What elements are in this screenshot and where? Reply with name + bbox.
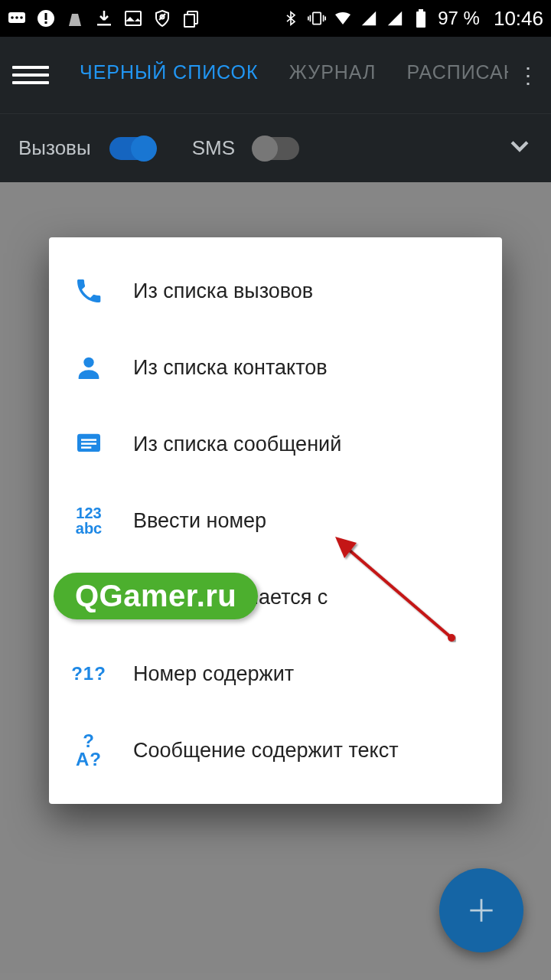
add-fab[interactable] xyxy=(439,868,523,952)
expand-button[interactable] xyxy=(507,132,533,164)
dialog-item-from-calls[interactable]: Из списка вызовов xyxy=(49,253,502,329)
watermark-badge: QGamer.ru xyxy=(54,573,258,619)
textcontains-icon: ?A? xyxy=(70,732,107,769)
copy-icon xyxy=(182,9,201,28)
filter-bar: Вызовы SMS xyxy=(0,113,551,182)
dialog-item-text-contains[interactable]: ?A? Сообщение содержит текст xyxy=(49,712,502,789)
dialog-item-enter-number[interactable]: 123 abc Ввести номер xyxy=(49,482,502,559)
signal-1-icon xyxy=(360,9,378,28)
signal-2-icon xyxy=(386,9,404,28)
battery-icon xyxy=(412,9,430,28)
notification-sms-icon xyxy=(8,9,26,28)
app-bar: ЧЕРНЫЙ СПИСОК ЖУРНАЛ РАСПИСАНИЕ ⋮ Вызовы… xyxy=(0,37,551,182)
tab-label: ЖУРНАЛ xyxy=(289,61,377,83)
dialog-item-from-contacts[interactable]: Из списка контактов xyxy=(49,329,502,406)
svg-rect-13 xyxy=(313,12,321,24)
bluetooth-icon xyxy=(282,9,300,28)
dialog-item-from-messages[interactable]: Из списка сообщений xyxy=(49,406,502,482)
image-icon xyxy=(124,9,142,28)
dialog-item-label: Из списка вызовов xyxy=(133,279,313,303)
wifi-icon xyxy=(334,9,352,28)
sms-toggle[interactable] xyxy=(253,137,299,160)
svg-rect-5 xyxy=(45,13,47,20)
vibrate-icon xyxy=(308,9,326,28)
icon-text-top: 123 xyxy=(76,505,101,521)
svg-rect-11 xyxy=(184,15,194,27)
battery-text: 97 % xyxy=(438,8,480,29)
calls-toggle[interactable] xyxy=(109,137,155,160)
svg-point-1 xyxy=(11,16,14,19)
svg-rect-19 xyxy=(81,443,96,445)
svg-rect-6 xyxy=(45,21,47,24)
dialog-item-label: Номер содержит xyxy=(133,662,294,686)
svg-rect-8 xyxy=(126,11,141,25)
tab-label: ЧЕРНЫЙ СПИСОК xyxy=(80,61,259,83)
icon-text: ?1? xyxy=(71,665,106,683)
svg-point-3 xyxy=(20,16,23,19)
svg-point-2 xyxy=(15,16,18,19)
dialog-item-contains[interactable]: ?1? Номер содержит xyxy=(49,635,502,712)
calls-label: Вызовы xyxy=(18,136,91,160)
menu-button[interactable] xyxy=(12,57,49,93)
person-icon xyxy=(70,349,107,386)
add-source-dialog: Из списка вызовов Из списка контактов Из… xyxy=(49,237,502,804)
svg-point-16 xyxy=(83,358,93,368)
svg-rect-18 xyxy=(81,439,96,441)
keypad-icon: 123 abc xyxy=(70,502,107,539)
tab-label: РАСПИСАНИЕ xyxy=(407,61,509,83)
message-icon xyxy=(70,426,107,462)
notification-app-icon xyxy=(66,9,84,28)
contains-icon: ?1? xyxy=(70,655,107,692)
icon-text: ?A? xyxy=(70,732,107,769)
notification-alert-icon xyxy=(37,9,55,28)
tab-schedule[interactable]: РАСПИСАНИЕ xyxy=(407,61,509,90)
svg-rect-15 xyxy=(416,11,425,28)
overflow-button[interactable]: ⋮ xyxy=(517,63,539,88)
svg-rect-14 xyxy=(419,9,423,11)
tab-blacklist[interactable]: ЧЕРНЫЙ СПИСОК xyxy=(80,61,259,90)
svg-rect-7 xyxy=(97,24,111,26)
dialog-item-label: Сообщение содержит текст xyxy=(133,739,399,763)
privacy-shield-icon xyxy=(153,9,171,28)
sms-label: SMS xyxy=(192,136,235,160)
icon-text-bot: abc xyxy=(76,521,102,536)
phone-icon xyxy=(70,273,107,309)
tab-log[interactable]: ЖУРНАЛ xyxy=(289,61,377,90)
dialog-item-label: Из списка контактов xyxy=(133,356,328,380)
dialog-item-label: Из списка сообщений xyxy=(133,433,341,456)
dialog-item-label: Ввести номер xyxy=(133,509,266,533)
download-icon xyxy=(95,9,113,28)
content-scrim[interactable]: Из списка вызовов Из списка контактов Из… xyxy=(0,182,551,980)
status-bar: 97 % 10:46 xyxy=(0,0,551,37)
clock-text: 10:46 xyxy=(494,7,543,31)
svg-rect-20 xyxy=(81,446,91,449)
tab-bar: ЧЕРНЫЙ СПИСОК ЖУРНАЛ РАСПИСАНИЕ xyxy=(80,61,508,90)
